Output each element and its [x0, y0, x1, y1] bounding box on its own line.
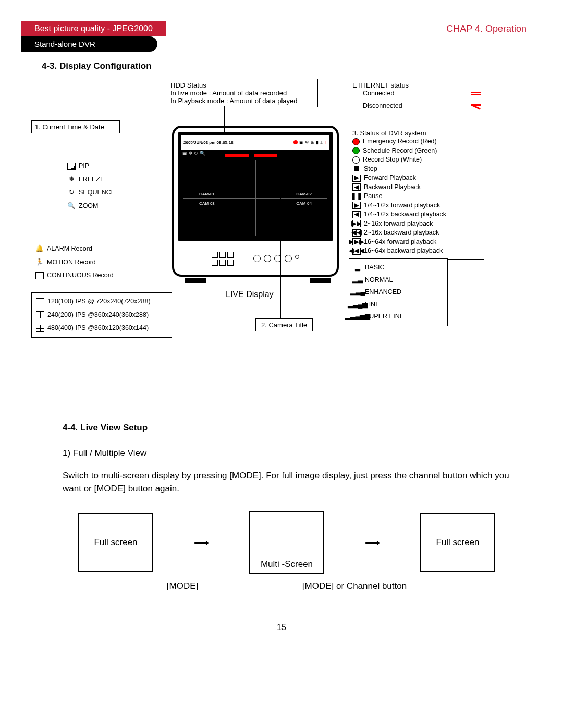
label: 16~64x backward playback — [364, 246, 443, 256]
label: Backward Playback — [364, 183, 421, 192]
label: Emergency Record (Red) — [363, 137, 437, 146]
current-time-callout: 1. Current Time & Date — [31, 120, 120, 133]
cam-label: CAM-01 — [199, 192, 215, 196]
ips-legend: 120(100) IPS @ 720x240(720x288) 240(200)… — [31, 292, 172, 338]
pause-icon: ❚❚ — [352, 193, 361, 200]
label: Multi -Screen — [261, 559, 313, 570]
slow-fwd-icon: ▶ — [352, 202, 361, 209]
label: MOTION Record — [47, 258, 96, 267]
cam-label: CAM-03 — [199, 201, 215, 206]
label: NORMAL — [365, 276, 393, 285]
label: Disconnected — [363, 102, 402, 111]
label: Full screen — [436, 537, 479, 548]
bwd-play-icon: ◀ — [352, 183, 361, 191]
label: 1/4~1/2x forward playback — [364, 201, 440, 211]
label: FINE — [365, 300, 380, 310]
label: ENHANCED — [365, 288, 401, 297]
cam-label: CAM-02 — [296, 192, 312, 196]
connected-icon — [471, 92, 481, 95]
white-dot-icon — [352, 156, 360, 164]
manual-page: Best picture quality - JPEG2000 CHAP 4. … — [0, 0, 563, 643]
label: In live mode : Amount of data recorded — [170, 89, 314, 97]
stop-icon — [352, 165, 361, 172]
arrow-icon: ⟶ — [365, 536, 380, 549]
label: 240(200) IPS @360x240(360x288) — [47, 311, 149, 320]
label: 3. Status of DVR system — [352, 129, 481, 137]
fast-bwd-icon: ◀◀ — [352, 229, 361, 237]
full-screen-box: Full screen — [78, 513, 153, 572]
dvr-status-legend: 3. Status of DVR system Emergency Record… — [349, 126, 484, 260]
freeze-icon: ❄ — [67, 176, 76, 183]
paragraph: Switch to multi-screen display by pressi… — [63, 469, 511, 496]
label: ZOOM — [79, 202, 99, 211]
view-flow-diagram: Full screen ⟶ Multi -Screen ⟶ Full scree… — [78, 511, 495, 574]
page-header: Best picture quality - JPEG2000 CHAP 4. … — [21, 21, 542, 36]
connector — [120, 126, 193, 126]
record-legend: 🔔ALARM Record 🏃MOTION Record CONTINUOUS … — [31, 240, 154, 285]
label: 2~16x forward playback — [364, 219, 433, 229]
slow-bwd-icon: ◀ — [352, 211, 361, 218]
label: 2~16x backward playback — [364, 228, 439, 238]
section-4-4: 4-4. Live View Setup 1) Full / Multiple … — [63, 423, 511, 591]
section-4-4-title: 4-4. Live View Setup — [63, 423, 511, 433]
pip-icon — [67, 163, 76, 170]
mode-or-channel-label: [MODE] or Channel button — [302, 581, 407, 591]
hdd-status-callout: HDD Status In live mode : Amount of data… — [167, 79, 318, 107]
monitor-timestamp: 2005/JUN/03 pm 08:05:18 — [183, 140, 234, 145]
label: 120(100) IPS @ 720x240(720x288) — [47, 297, 151, 306]
label: PIP — [79, 162, 89, 171]
fast-fwd-icon: ▶▶ — [352, 220, 361, 227]
label: Schedule Record (Green) — [363, 146, 437, 156]
item-heading: 1) Full / Multiple View — [63, 447, 511, 460]
chapter-label: CHAP 4. Operation — [446, 23, 527, 34]
label: BASIC — [365, 263, 385, 273]
mode-label: [MODE] — [167, 581, 198, 591]
bars-5-icon: ▂▃▄▅▆ — [353, 313, 362, 320]
product-tagline: Best picture quality - JPEG2000 — [21, 21, 166, 36]
product-name: Stand-alone DVR — [21, 36, 157, 52]
label: Full screen — [94, 537, 137, 548]
cam-label: CAM-04 — [296, 201, 312, 206]
bars-4-icon: ▂▃▄▅ — [353, 301, 362, 308]
fwd-play-icon: ▶ — [352, 175, 361, 182]
label: SUPER FINE — [365, 312, 404, 322]
label: ALARM Record — [47, 244, 92, 254]
label: ETHERNET status — [352, 81, 481, 89]
camera-title-callout: 2. Camera Title — [255, 318, 313, 331]
bars-3-icon: ▂▃▄ — [353, 289, 362, 296]
label: CONTINUOUS Record — [47, 271, 114, 280]
display-config-diagram: HDD Status In live mode : Amount of data… — [31, 79, 532, 376]
quality-legend: ▂BASIC ▂▃NORMAL ▂▃▄ENHANCED ▂▃▄▅FINE ▂▃▄… — [349, 258, 448, 326]
label: Forward Playback — [364, 174, 416, 183]
monitor-statusbar: 2005/JUN/03 pm 08:05:18 ▣ ❄ ⊞ ▮ ⟂ ⟂ — [181, 135, 329, 150]
zoom-icon: 🔍 — [67, 202, 76, 209]
live-display-label: LIVE Display — [226, 290, 274, 299]
continuous-record-icon — [35, 272, 44, 279]
button-labels-row: [MODE] [MODE] or Channel button — [115, 581, 459, 591]
monitor-front-panel — [178, 245, 333, 272]
bars-2-icon: ▂▃ — [353, 276, 362, 283]
page-number: 15 — [21, 623, 542, 632]
bars-1-icon: ▂ — [353, 264, 362, 272]
multi-screen-box: Multi -Screen — [249, 511, 324, 574]
res-1-icon — [36, 298, 44, 305]
monitor-illustration: 2005/JUN/03 pm 08:05:18 ▣ ❄ ⊞ ▮ ⟂ ⟂ ▣ ❄ … — [172, 126, 344, 303]
label: 16~64x forward playback — [364, 238, 436, 247]
label: Record Stop (White) — [363, 155, 422, 165]
label: Connected — [363, 89, 394, 98]
arrow-icon: ⟶ — [194, 536, 209, 549]
section-4-3-title: 4-3. Display Configuration — [42, 61, 542, 71]
alarm-record-icon: 🔔 — [35, 245, 44, 253]
green-dot-icon — [352, 147, 360, 154]
label: In Playback mode : Amount of data played — [170, 97, 314, 105]
label: SEQUENCE — [79, 188, 115, 198]
full-screen-box: Full screen — [420, 513, 495, 572]
label: 1. Current Time & Date — [35, 123, 104, 131]
vfast-bwd-icon: ◀◀◀ — [352, 248, 361, 255]
ethernet-status-callout: ETHERNET status Connected Disconnected — [349, 79, 484, 113]
disconnected-icon — [471, 104, 481, 108]
res-3-icon — [36, 325, 44, 332]
rec-dot-icon — [293, 140, 298, 144]
status-icons: ▣ ❄ ⊞ ▮ ⟂ — [299, 140, 323, 145]
label: Stop — [364, 165, 377, 174]
